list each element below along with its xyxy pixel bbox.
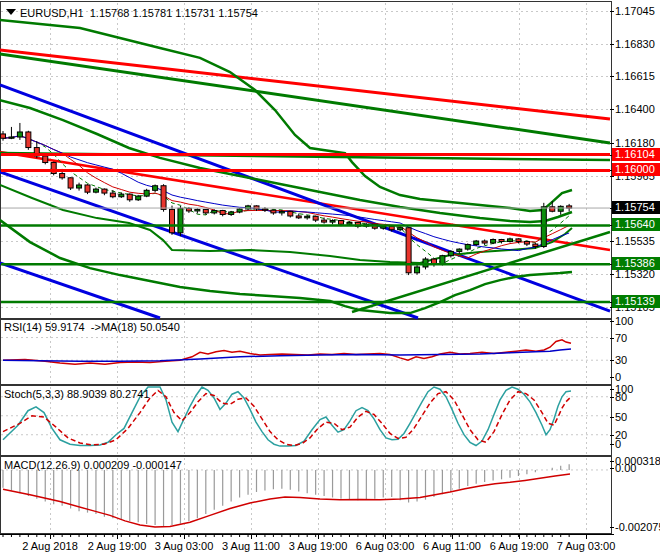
macd-axis-label: 0.00: [615, 462, 660, 474]
time-axis-label: 7 Aug 03:00: [544, 540, 628, 552]
rsi-label: RSI(14) 59.9174 ->MA(18) 50.0540: [4, 321, 180, 333]
mt4-chart-window: EURUSD,H1 1.15768 1.15781 1.15731 1.1575…: [0, 0, 660, 560]
price-axis-label: 1.17045: [615, 5, 660, 17]
resistance-price-badge: 1.16104: [612, 148, 660, 161]
symbol-dropdown-icon[interactable]: [6, 9, 16, 15]
stoch-axis-label: 80: [615, 391, 660, 403]
macd-axis-label: -0.002075: [615, 521, 660, 533]
price-axis-label: 1.16830: [615, 38, 660, 50]
resistance-price-badge: 1.16000: [612, 163, 660, 176]
stoch-axis-label: 0: [615, 438, 660, 450]
stoch-axis-label: 50: [615, 411, 660, 423]
chart-header: EURUSD,H1 1.15768 1.15781 1.15731 1.1575…: [20, 7, 258, 19]
macd-label: MACD(12.26.9) 0.000209 -0.000147: [4, 459, 182, 471]
support-price-badge: 1.15386: [612, 257, 660, 270]
support-price-badge: 1.15139: [612, 295, 660, 308]
support-price-badge: 1.15640: [612, 218, 660, 231]
rsi-axis-label: 0: [615, 371, 660, 383]
rsi-axis-label: 70: [615, 332, 660, 344]
stoch-label: Stoch(5,3,3) 88.9039 80.2741: [4, 388, 150, 400]
price-axis-label: 1.16615: [615, 70, 660, 82]
rsi-axis-label: 100: [615, 315, 660, 327]
rsi-axis-label: 30: [615, 354, 660, 366]
chart-ohlc-quote: 1.15768 1.15781 1.15731 1.15754: [90, 7, 258, 19]
current-price-badge: 1.15754: [612, 201, 660, 214]
price-axis-label: 1.16400: [615, 103, 660, 115]
chart-canvas[interactable]: [0, 0, 660, 560]
price-axis-label: 1.15535: [615, 235, 660, 247]
symbol-title: EURUSD,H1: [20, 7, 84, 19]
